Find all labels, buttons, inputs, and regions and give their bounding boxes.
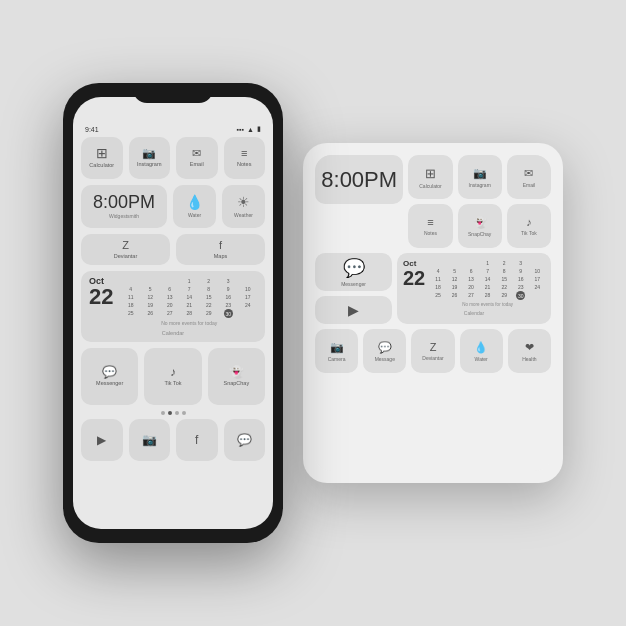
tab-cal-date: Oct 22 xyxy=(403,259,425,288)
phone-maps-icon[interactable]: f Maps xyxy=(176,234,265,266)
tablet-device: 8:00PM ⊞ Calculator 📷 Instagram ✉ Email xyxy=(303,143,563,483)
tablet-email-icon[interactable]: ✉ Email xyxy=(507,155,551,199)
tablet-calendar-widget: Oct 22 1 2 3 xyxy=(397,253,551,324)
phone-calculator-icon[interactable]: ⊞ Calculator xyxy=(81,137,123,179)
cal-row-header: 1 2 3 xyxy=(121,277,257,285)
phone-time-widget: 8:00PM Widgestsmith xyxy=(81,185,167,228)
tablet-youtube-icon[interactable]: ▶ xyxy=(315,296,392,324)
phone-email-icon[interactable]: ✉ Email xyxy=(176,137,218,179)
phone-widget-row2: Z Deviantar f Maps xyxy=(81,234,265,266)
messenger-sym: 💬 xyxy=(102,366,117,378)
tab-tiktok-sym: ♪ xyxy=(526,216,532,228)
tablet-time-display: 8:00PM xyxy=(321,167,397,193)
camera-sym: 📷 xyxy=(142,434,157,446)
tab-notes-sym: ≡ xyxy=(427,216,433,228)
notes-sym: ≡ xyxy=(241,148,247,159)
tablet-snapchay-icon[interactable]: 👻 SnapChay xyxy=(458,204,502,248)
weather-label: Weather xyxy=(234,212,253,218)
tab-health-sym: ❤ xyxy=(525,341,534,354)
phone-deviantar-icon[interactable]: Z Deviantar xyxy=(81,234,170,266)
tab-cal-row-3: 18 19 20 21 22 23 24 xyxy=(430,283,545,291)
phone-snapchay-icon[interactable]: 👻 SnapChay xyxy=(208,348,265,405)
tab-cal-row-header: 1 2 3 xyxy=(430,259,545,267)
tablet-health-icon[interactable]: ❤ Health xyxy=(508,329,551,372)
calculator-sym: ⊞ xyxy=(96,146,108,160)
phone-notch xyxy=(133,83,213,103)
tablet-deviantar-icon[interactable]: Z Deviantar xyxy=(411,329,454,372)
phone-device: 9:41 ▪▪▪ ▲ ▮ ⊞ Calculator 📷 Instagram xyxy=(63,83,283,543)
scene: 9:41 ▪▪▪ ▲ ▮ ⊞ Calculator 📷 Instagram xyxy=(13,83,613,543)
phone-youtube-icon[interactable]: ▶ xyxy=(81,419,123,461)
dot-3 xyxy=(175,411,179,415)
phone-signal-icon: ▪▪▪ xyxy=(237,126,244,133)
phone-camera-icon[interactable]: 📷 xyxy=(129,419,171,461)
tablet-message-icon[interactable]: 💬 Message xyxy=(363,329,406,372)
phone-tiktok-icon[interactable]: ♪ Tik Tok xyxy=(144,348,201,405)
tab-messenger-label: Messenger xyxy=(341,281,366,287)
phone-weather-widget: ☀ Weather xyxy=(222,185,265,228)
phone-notes-icon[interactable]: ≡ Notes xyxy=(224,137,266,179)
phone-cal-day: 22 xyxy=(89,286,113,308)
tab-email-label: Email xyxy=(523,182,536,188)
tab-msg-sym: 💬 xyxy=(378,341,392,354)
tab-calc-label: Calculator xyxy=(419,183,442,189)
cal-row-4: 25 26 27 28 29 30 xyxy=(121,309,257,318)
tab-msg-label: Message xyxy=(375,356,395,362)
tablet-bottom-icons: 📷 Camera 💬 Message Z Deviantar 💧 Water ❤ xyxy=(315,329,551,372)
cal-row-3: 18 19 20 21 22 23 24 xyxy=(121,301,257,309)
dot-1 xyxy=(161,411,165,415)
tab-cal-day: 22 xyxy=(403,268,425,288)
tab-water-label: Water xyxy=(475,356,488,362)
instagram-sym: 📷 xyxy=(142,148,156,159)
tiktok-label: Tik Tok xyxy=(164,380,181,387)
tablet-notes-icon[interactable]: ≡ Notes xyxy=(408,204,452,248)
dot-4 xyxy=(182,411,186,415)
tab-cal-row-2: 11 12 13 14 15 16 17 xyxy=(430,275,545,283)
tab-cal-row-4: 25 26 27 28 29 30 xyxy=(430,291,545,300)
tab-cal-grid: 1 2 3 4 5 6 7 8 9 xyxy=(430,259,545,307)
tablet-water-icon[interactable]: 💧 Water xyxy=(460,329,503,372)
tablet-tiktok-icon[interactable]: ♪ Tik Tok xyxy=(507,204,551,248)
weather-icon: ☀ xyxy=(237,194,250,210)
phone-wifi-icon: ▲ xyxy=(247,126,254,133)
phone-chat-icon[interactable]: 💬 xyxy=(224,419,266,461)
tab-calc-sym: ⊞ xyxy=(425,166,436,181)
phone-social-icons: 💬 Messenger ♪ Tik Tok 👻 SnapChay xyxy=(81,348,265,405)
tab-health-label: Health xyxy=(522,356,536,362)
phone-instagram-icon[interactable]: 📷 Instagram xyxy=(129,137,171,179)
facebook-sym: f xyxy=(195,434,198,446)
phone-water-widget: 💧 Water xyxy=(173,185,216,228)
tiktok-sym: ♪ xyxy=(170,366,176,378)
tablet-calculator-icon[interactable]: ⊞ Calculator xyxy=(408,155,452,199)
tab-cam-sym: 📷 xyxy=(330,341,344,354)
cal-row-1: 4 5 6 7 8 9 10 xyxy=(121,285,257,293)
tablet-messenger-icon[interactable]: 💬 Messenger xyxy=(315,253,392,291)
tablet-instagram-icon[interactable]: 📷 Instagram xyxy=(458,155,502,199)
tab-email-sym: ✉ xyxy=(524,167,533,180)
deviantar-sym: Z xyxy=(122,240,129,251)
phone-messenger-icon[interactable]: 💬 Messenger xyxy=(81,348,138,405)
tab-cal-header: Oct 22 1 2 3 xyxy=(403,259,545,307)
phone-time: 9:41 xyxy=(85,126,99,133)
phone-cal-label: Calendar xyxy=(89,330,257,336)
tab-tiktok-label: Tik Tok xyxy=(521,230,537,236)
maps-label: Maps xyxy=(214,253,227,260)
youtube-sym: ▶ xyxy=(97,434,106,446)
tablet-top-row: 8:00PM ⊞ Calculator 📷 Instagram ✉ Email xyxy=(315,155,551,204)
tab-cal-label: Calendar xyxy=(403,310,545,316)
phone-top-icons: ⊞ Calculator 📷 Instagram ✉ Email ≡ Notes xyxy=(81,137,265,179)
tab-water-sym: 💧 xyxy=(474,341,488,354)
phone-cal-events: No more events for today xyxy=(121,320,257,326)
tablet-camera-icon[interactable]: 📷 Camera xyxy=(315,329,358,372)
tab-cam-label: Camera xyxy=(328,356,346,362)
phone-cal-header: Oct 22 1 2 3 xyxy=(89,277,257,326)
phone-facebook-icon[interactable]: f xyxy=(176,419,218,461)
messenger-label: Messenger xyxy=(96,380,123,387)
tab-snap-sym: 👻 xyxy=(473,216,487,229)
phone-widget-row: 8:00PM Widgestsmith 💧 Water ☀ Weather xyxy=(81,185,265,228)
tab-messenger-sym: 💬 xyxy=(343,257,365,279)
dot-2 xyxy=(168,411,172,415)
phone-calendar-widget: Oct 22 1 2 3 xyxy=(81,271,265,342)
tab-cal-events: No more events for today xyxy=(430,302,545,307)
water-label: Water xyxy=(188,212,201,218)
